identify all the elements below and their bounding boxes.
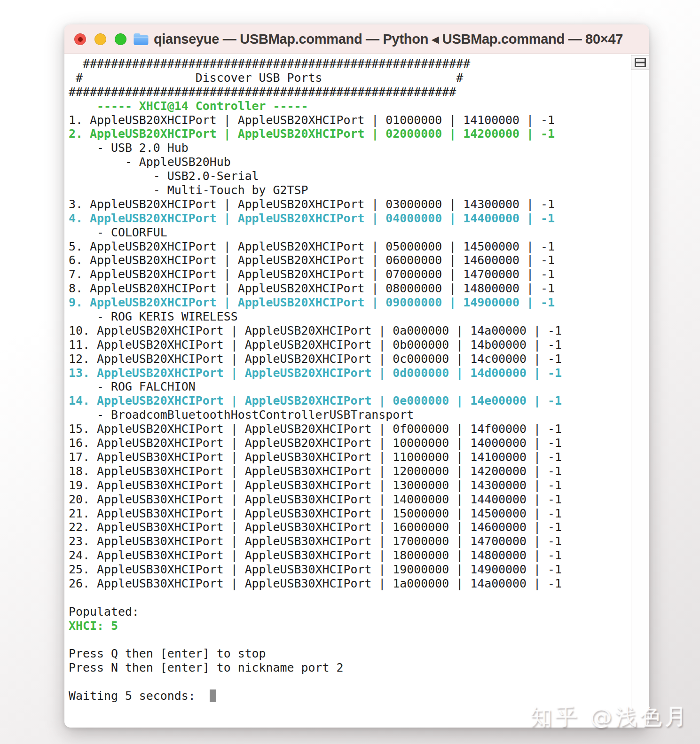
terminal-line: Waiting 5 seconds: [69,689,631,703]
terminal-line: 25. AppleUSB30XHCIPort | AppleUSB30XHCIP… [69,563,631,577]
terminal-line: 9. AppleUSB20XHCIPort | AppleUSB20XHCIPo… [69,296,631,310]
terminal-line: 18. AppleUSB30XHCIPort | AppleUSB30XHCIP… [69,464,631,478]
terminal-line: 7. AppleUSB20XHCIPort | AppleUSB20XHCIPo… [69,267,631,282]
terminal-text-segment: 13. AppleUSB20XHCIPort | AppleUSB20XHCIP… [69,366,562,380]
terminal-text-segment: Populated: [69,605,139,619]
terminal-line: 21. AppleUSB30XHCIPort | AppleUSB30XHCIP… [69,507,631,521]
terminal-line [69,633,631,647]
terminal-text-segment: 6. AppleUSB20XHCIPort | AppleUSB20XHCIPo… [69,253,555,267]
terminal-window: qianseyue — USBMap.command — Python ◂ US… [64,24,649,728]
terminal-text-segment: 16. AppleUSB20XHCIPort | AppleUSB20XHCIP… [69,436,562,450]
terminal-line: ########################################… [69,85,631,99]
folder-icon [133,32,149,46]
terminal-line: 1. AppleUSB20XHCIPort | AppleUSB20XHCIPo… [69,113,631,127]
terminal-text-segment: ----- XHCI@14 Controller ----- [69,99,308,113]
terminal-line: 5. AppleUSB20XHCIPort | AppleUSB20XHCIPo… [69,240,631,254]
terminal-line: - BroadcomBluetoothHostControllerUSBTran… [69,408,631,422]
terminal-line: 12. AppleUSB20XHCIPort | AppleUSB20XHCIP… [69,352,631,366]
terminal-text-segment: - Multi-Touch by G2TSP [69,183,308,197]
terminal-text-segment: - USB 2.0 Hub [69,141,189,155]
terminal-text-segment: 7. AppleUSB20XHCIPort | AppleUSB20XHCIPo… [69,267,555,281]
title-group: qianseyue — USBMap.command — Python ◂ US… [133,24,623,54]
terminal-text-segment: 17. AppleUSB30XHCIPort | AppleUSB30XHCIP… [69,450,562,464]
terminal-text-segment: 18. AppleUSB30XHCIPort | AppleUSB30XHCIP… [69,464,562,478]
terminal-line: ########################################… [69,57,631,71]
terminal-text-segment: 25. AppleUSB30XHCIPort | AppleUSB30XHCIP… [69,563,562,576]
terminal-text-segment: Press N then [enter] to nickname port 2 [69,661,343,674]
terminal-line: - ROG FALCHION [69,380,631,394]
terminal-text-segment: 10. AppleUSB20XHCIPort | AppleUSB20XHCIP… [69,324,562,337]
terminal-text-segment: 2. AppleUSB20XHCIPort | AppleUSB20XHCIPo… [69,127,555,141]
terminal-text-segment: - USB2.0-Serial [69,169,259,183]
terminal-text-segment: - COLORFUL [69,226,167,239]
terminal-line: 14. AppleUSB20XHCIPort | AppleUSB20XHCIP… [69,394,631,408]
terminal-line: 22. AppleUSB30XHCIPort | AppleUSB30XHCIP… [69,520,631,534]
terminal-text-segment: - BroadcomBluetoothHostControllerUSBTran… [69,408,414,422]
terminal-line: - COLORFUL [69,226,631,240]
close-button[interactable] [74,33,86,45]
terminal-text-segment: - ROG FALCHION [69,380,196,393]
terminal-text-segment: ########################################… [69,85,456,99]
terminal-text-segment: 19. AppleUSB30XHCIPort | AppleUSB30XHCIP… [69,478,562,492]
terminal-output[interactable]: ########################################… [64,54,631,728]
terminal-text-segment: - AppleUSB20Hub [69,155,231,169]
terminal-text-segment: 9. AppleUSB20XHCIPort | AppleUSB20XHCIPo… [69,296,555,309]
terminal-text-segment: 8. AppleUSB20XHCIPort | AppleUSB20XHCIPo… [69,282,555,295]
terminal-line: 17. AppleUSB30XHCIPort | AppleUSB30XHCIP… [69,450,631,464]
terminal-line: 2. AppleUSB20XHCIPort | AppleUSB20XHCIPo… [69,127,631,141]
terminal-text-segment: 12. AppleUSB20XHCIPort | AppleUSB20XHCIP… [69,352,562,366]
terminal-line: 13. AppleUSB20XHCIPort | AppleUSB20XHCIP… [69,366,631,380]
terminal-line: 3. AppleUSB20XHCIPort | AppleUSB20XHCIPo… [69,197,631,211]
terminal-line: 6. AppleUSB20XHCIPort | AppleUSB20XHCIPo… [69,253,631,267]
scrollbar-track[interactable] [631,54,649,728]
terminal-line: - USB 2.0 Hub [69,141,631,155]
terminal-line: - USB2.0-Serial [69,169,631,183]
terminal-line: ----- XHCI@14 Controller ----- [69,99,631,113]
terminal-text-segment: 3. AppleUSB20XHCIPort | AppleUSB20XHCIPo… [69,197,555,211]
terminal-text-segment: 22. AppleUSB30XHCIPort | AppleUSB30XHCIP… [69,520,562,534]
terminal-text-segment: 1. AppleUSB20XHCIPort | AppleUSB20XHCIPo… [69,113,555,127]
titlebar[interactable]: qianseyue — USBMap.command — Python ◂ US… [64,24,649,54]
terminal-line [69,591,631,605]
terminal-line: 10. AppleUSB20XHCIPort | AppleUSB20XHCIP… [69,324,631,338]
terminal-text-segment: 11. AppleUSB20XHCIPort | AppleUSB20XHCIP… [69,338,562,352]
proxy-folder-icon[interactable] [133,32,149,46]
terminal-line: XHCI: 5 [69,619,631,633]
terminal-line: 23. AppleUSB30XHCIPort | AppleUSB30XHCIP… [69,534,631,548]
terminal-line: 20. AppleUSB30XHCIPort | AppleUSB30XHCIP… [69,493,631,507]
page-background: { "window": { "title": "qianseyue — USBM… [0,0,700,744]
terminal-cursor [210,689,216,702]
split-pane-icon [634,57,646,68]
terminal-line: - Multi-Touch by G2TSP [69,183,631,197]
minimize-button[interactable] [94,33,106,45]
terminal-line: 4. AppleUSB20XHCIPort | AppleUSB20XHCIPo… [69,211,631,226]
terminal-line: 15. AppleUSB20XHCIPort | AppleUSB20XHCIP… [69,422,631,436]
terminal-text-segment: - ROG KERIS WIRELESS [69,310,238,323]
terminal-line: 16. AppleUSB20XHCIPort | AppleUSB20XHCIP… [69,436,631,450]
terminal-text-segment: 5. AppleUSB20XHCIPort | AppleUSB20XHCIPo… [69,240,555,253]
terminal-text-segment: Press Q then [enter] to stop [69,647,266,660]
zoom-button[interactable] [115,33,126,45]
terminal-line: - ROG KERIS WIRELESS [69,310,631,324]
terminal-text-segment: ########################################… [69,57,470,70]
terminal-text-segment: 26. AppleUSB30XHCIPort | AppleUSB30XHCIP… [69,577,562,590]
split-pane-button[interactable] [631,55,649,70]
terminal-text-segment: 14. AppleUSB20XHCIPort | AppleUSB20XHCIP… [69,394,562,407]
terminal-line [69,675,631,689]
terminal-text-segment: 4. AppleUSB20XHCIPort | AppleUSB20XHCIPo… [69,211,555,225]
terminal-line: Populated: [69,605,631,619]
terminal-line: # Discover USB Ports # [69,71,631,85]
terminal-line: 11. AppleUSB20XHCIPort | AppleUSB20XHCIP… [69,338,631,352]
terminal-text-segment: 20. AppleUSB30XHCIPort | AppleUSB30XHCIP… [69,493,562,506]
terminal-line: Press Q then [enter] to stop [69,647,631,661]
window-title: qianseyue — USBMap.command — Python ◂ US… [154,31,623,47]
terminal-line: 26. AppleUSB30XHCIPort | AppleUSB30XHCIP… [69,577,631,591]
terminal-text-segment: 15. AppleUSB20XHCIPort | AppleUSB20XHCIP… [69,422,562,436]
unsaved-indicator-dot [78,37,83,42]
terminal-line: 19. AppleUSB30XHCIPort | AppleUSB30XHCIP… [69,478,631,493]
terminal-text-segment: 21. AppleUSB30XHCIPort | AppleUSB30XHCIP… [69,507,562,520]
terminal-text-segment: # Discover USB Ports # [69,71,463,85]
terminal-line: - AppleUSB20Hub [69,155,631,169]
traffic-lights [74,33,126,45]
terminal-line: 8. AppleUSB20XHCIPort | AppleUSB20XHCIPo… [69,282,631,296]
